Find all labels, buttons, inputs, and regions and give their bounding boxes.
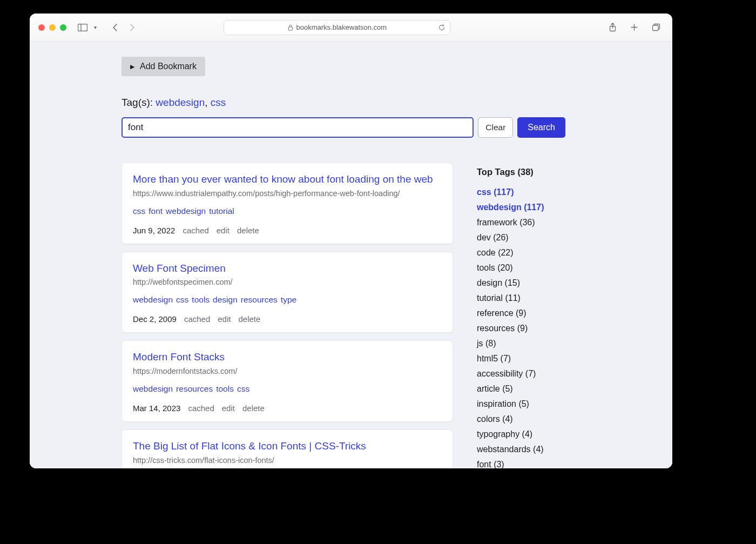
bookmark-title-link[interactable]: The Big List of Flat Icons & Icon Fonts … (133, 440, 366, 453)
bookmark-delete-link[interactable]: delete (238, 314, 260, 324)
bookmark-delete-link[interactable]: delete (237, 226, 259, 235)
bookmark-tag-link[interactable]: resources (176, 384, 213, 393)
share-button[interactable] (605, 21, 620, 34)
reload-button[interactable] (438, 24, 446, 31)
top-tags-sidebar: Top Tags (38) css (117)webdesign (117)fr… (477, 163, 565, 468)
page-content: ▶ Add Bookmark Tag(s): webdesign, css Cl… (30, 42, 672, 468)
address-bar[interactable]: bookmarks.blakewatson.com (224, 20, 450, 35)
search-button[interactable]: Search (517, 117, 565, 138)
bookmark-tag-link[interactable]: webdesign (166, 206, 206, 216)
bookmark-url: https://www.industrialempathy.com/posts/… (133, 189, 442, 198)
bookmark-cached-link[interactable]: cached (188, 404, 214, 413)
bookmark-card: More than you ever wanted to know about … (122, 163, 453, 244)
bookmark-tag-link[interactable]: css (176, 295, 188, 304)
bookmark-date: Mar 14, 2023 (133, 404, 180, 413)
tabs-overview-button[interactable] (649, 21, 664, 34)
top-tag-link[interactable]: inspiration (5) (477, 397, 565, 412)
add-bookmark-toggle[interactable]: ▶ Add Bookmark (122, 57, 205, 76)
bookmark-tags: cssfontwebdesigntutorial (133, 206, 442, 216)
browser-window: ▾ bookmarks.blakewatson.com (30, 14, 672, 468)
top-tags-heading: Top Tags (38) (477, 164, 565, 180)
bookmark-delete-link[interactable]: delete (242, 404, 265, 413)
scroll-area[interactable]: ▶ Add Bookmark Tag(s): webdesign, css Cl… (30, 42, 672, 468)
bookmark-edit-link[interactable]: edit (222, 404, 235, 413)
top-tag-link[interactable]: tutorial (11) (477, 291, 565, 306)
top-tag-link[interactable]: article (5) (477, 381, 565, 397)
search-row: Clear Search (122, 117, 565, 138)
sidebar-toggle-button[interactable] (75, 21, 90, 34)
top-tag-link[interactable]: webdesign (117) (477, 200, 565, 215)
bookmark-tag-link[interactable]: type (281, 295, 296, 304)
bookmark-tag-link[interactable]: webdesign (133, 295, 173, 304)
address-url: bookmarks.blakewatson.com (296, 23, 387, 31)
bookmark-date: Jun 9, 2022 (133, 226, 175, 235)
bookmark-edit-link[interactable]: edit (218, 314, 231, 324)
top-tag-link[interactable]: typography (4) (477, 427, 565, 442)
disclosure-triangle-icon: ▶ (130, 63, 134, 70)
bookmark-tag-link[interactable]: tools (192, 295, 210, 304)
top-tag-link[interactable]: tools (20) (477, 260, 565, 276)
close-window-button[interactable] (38, 24, 45, 31)
bookmark-card: Modern Font Stackshttps://modernfontstac… (122, 340, 453, 422)
top-tag-link[interactable]: webstandards (4) (477, 442, 565, 457)
top-tag-link[interactable]: html5 (7) (477, 351, 565, 366)
bookmark-tag-link[interactable]: css (237, 384, 249, 393)
bookmark-cached-link[interactable]: cached (183, 226, 208, 235)
top-tag-link[interactable]: reference (9) (477, 306, 565, 321)
bookmark-title-link[interactable]: Modern Font Stacks (133, 351, 225, 364)
bookmark-cached-link[interactable]: cached (184, 314, 210, 324)
bookmark-url: http://webfontspecimen.com/ (133, 278, 442, 286)
minimize-window-button[interactable] (49, 24, 56, 31)
browser-toolbar: ▾ bookmarks.blakewatson.com (30, 14, 672, 42)
bookmark-tag-link[interactable]: font (148, 206, 163, 216)
bookmark-tag-link[interactable]: css (133, 206, 145, 216)
bookmark-url: http://css-tricks.com/flat-icons-icon-fo… (133, 456, 442, 465)
top-tag-link[interactable]: dev (26) (477, 230, 565, 245)
top-tag-link[interactable]: accessibility (7) (477, 366, 565, 381)
search-input[interactable] (122, 117, 474, 138)
results-list: More than you ever wanted to know about … (122, 163, 453, 468)
active-tags-line: Tag(s): webdesign, css (122, 97, 565, 109)
forward-button[interactable] (125, 21, 140, 34)
top-tag-link[interactable]: design (15) (477, 276, 565, 291)
top-tag-link[interactable]: colors (4) (477, 412, 565, 427)
window-controls (38, 24, 66, 31)
bookmark-tag-link[interactable]: tutorial (209, 206, 234, 216)
add-bookmark-label: Add Bookmark (140, 62, 197, 71)
bookmark-tag-link[interactable]: resources (241, 295, 278, 304)
bookmark-meta: Jun 9, 2022cachededitdelete (133, 226, 442, 235)
bookmark-url: https://modernfontstacks.com/ (133, 367, 442, 375)
bookmark-tag-link[interactable]: design (213, 295, 238, 304)
active-tag-link[interactable]: css (211, 97, 226, 108)
svg-rect-8 (652, 25, 658, 31)
svg-rect-2 (288, 27, 292, 30)
top-tag-link[interactable]: css (117) (477, 185, 565, 200)
top-tag-link[interactable]: js (8) (477, 336, 565, 351)
bookmark-tags: webdesigncsstoolsdesignresourcestype (133, 295, 442, 305)
bookmark-card: Web Font Specimenhttp://webfontspecimen.… (122, 252, 453, 333)
active-tag-link[interactable]: webdesign (156, 97, 205, 108)
bookmark-tag-link[interactable]: webdesign (133, 384, 173, 393)
bookmark-title-link[interactable]: Web Font Specimen (133, 262, 226, 276)
zoom-window-button[interactable] (60, 24, 66, 31)
bookmark-meta: Dec 2, 2009cachededitdelete (133, 314, 442, 324)
top-tag-link[interactable]: resources (9) (477, 321, 565, 336)
back-button[interactable] (107, 21, 123, 34)
clear-button[interactable]: Clear (478, 117, 513, 138)
top-tag-link[interactable]: code (22) (477, 245, 565, 260)
tags-label: Tag(s): (122, 97, 156, 108)
bookmark-date: Dec 2, 2009 (133, 314, 177, 324)
bookmark-edit-link[interactable]: edit (217, 226, 230, 235)
bookmark-title-link[interactable]: More than you ever wanted to know about … (133, 173, 433, 186)
sidebar-menu-chevron-icon[interactable]: ▾ (91, 21, 99, 34)
lock-icon (288, 24, 293, 31)
top-tag-link[interactable]: framework (36) (477, 215, 565, 230)
bookmark-meta: Mar 14, 2023cachededitdelete (133, 404, 442, 413)
new-tab-button[interactable] (627, 21, 642, 34)
top-tag-link[interactable]: font (3) (477, 457, 565, 468)
bookmark-card: The Big List of Flat Icons & Icon Fonts … (122, 429, 453, 468)
bookmark-tags: webdesignresourcestoolscss (133, 384, 442, 394)
svg-rect-0 (78, 24, 87, 31)
bookmark-tag-link[interactable]: tools (216, 384, 234, 393)
